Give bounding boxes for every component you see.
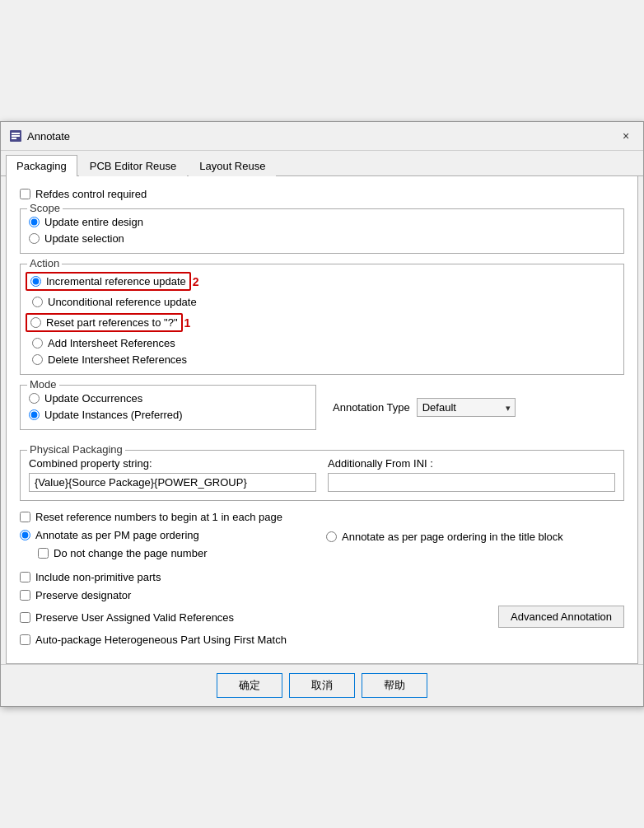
mode-row-instances: Update Instances (Preferred) [29,409,307,421]
scope-label-update-entire: Update entire design [44,216,143,228]
physical-packaging-label: Physical Packaging [27,443,125,456]
action-label-unconditional: Unconditional reference update [48,296,197,308]
advanced-annotation-button[interactable]: Advanced Annotation [498,606,624,628]
combined-col: Combined property string: [29,457,316,492]
tab-layout-reuse[interactable]: Layout Reuse [189,155,276,176]
auto-package-checkbox[interactable] [20,634,30,645]
preserve-user-row: Preserve User Assigned Valid References [20,611,498,624]
preserve-user-checkbox[interactable] [20,612,30,623]
do-not-change-page-row: Do not change the page number [38,547,318,559]
scope-radio-update-entire[interactable] [29,217,40,227]
badge-2: 2 [193,275,199,288]
annotate-pm-col: Annotate as per PM page ordering Do not … [20,529,318,565]
tab-pcb-editor-reuse[interactable]: PCB Editor Reuse [79,155,188,176]
include-non-primitive-checkbox[interactable] [20,572,30,582]
scope-option-1: Update selection [29,232,615,245]
action-radio-delete-intersheet[interactable] [32,354,43,365]
scope-radio-update-selection[interactable] [29,233,40,244]
annotation-type-label: Annotation Type [333,401,410,414]
badge-1: 1 [184,316,191,330]
annotation-type-section: Annotation Type Default Custom [316,398,624,417]
help-button[interactable]: 帮助 [362,673,427,698]
action-group-label: Action [27,257,62,269]
include-non-primitive-label: Include non-primitive parts [35,571,161,583]
do-not-change-page-checkbox[interactable] [38,548,49,559]
action-radio-reset-part[interactable] [30,317,41,328]
mode-radio-instances[interactable] [29,409,40,420]
bottom-options: Reset reference numbers to begin at 1 in… [20,511,624,646]
combined-label: Combined property string: [29,457,316,470]
action-label-add-intersheet: Add Intersheet References [48,337,175,349]
annotation-type-select-wrapper: Default Custom [417,398,516,417]
additionally-input[interactable] [328,473,615,492]
action-label-reset-part: Reset part references to "?" [46,316,178,329]
action-label-incremental: Incremental reference update [46,275,186,288]
annotate-dialog: Annotate × Packaging PCB Editor Reuse La… [0,121,644,707]
action-radio-unconditional[interactable] [32,297,43,307]
titlebar: Annotate × [1,122,643,151]
auto-package-label: Auto-package Heterogeneous Part Using Fi… [35,634,287,646]
annotate-title-col: Annotate as per page ordering in the tit… [326,529,624,565]
action-row-reset-part: Reset part references to "?" 1 [29,312,615,333]
scope-option-0: Update entire design [29,216,615,228]
refdes-control-checkbox[interactable] [20,189,30,199]
action-row-incremental: Incremental reference update 2 [29,271,615,292]
physical-packaging-group: Physical Packaging Combined property str… [20,450,624,501]
physical-packaging-row: Combined property string: Additionally F… [29,457,615,492]
svg-rect-3 [12,138,16,139]
do-not-change-page-label: Do not change the page number [54,547,207,559]
preserve-advanced-row: Preserve User Assigned Valid References … [20,607,624,628]
app-icon [9,129,22,143]
annotate-pm-radio[interactable] [20,530,30,540]
svg-rect-1 [12,133,20,134]
preserve-designator-label: Preserve designator [35,589,131,601]
annotate-title-radio[interactable] [326,531,337,542]
mode-group: Mode Update Occurrences Update Instances… [20,385,316,430]
scope-group-label: Scope [27,202,63,214]
incremental-outlined: Incremental reference update [26,272,191,291]
svg-rect-2 [12,135,20,137]
action-label-delete-intersheet: Delete Intersheet References [48,353,187,366]
action-group: Action Incremental reference update 2 Un… [20,264,624,375]
close-button[interactable]: × [617,127,635,145]
annotation-type-select[interactable]: Default Custom [417,398,516,417]
additionally-label: Additionally From INI : [328,457,615,470]
annotate-title-label: Annotate as per page ordering in the tit… [342,531,563,543]
auto-package-row: Auto-package Heterogeneous Part Using Fi… [20,634,624,646]
refdes-control-row: Refdes control required [20,188,624,200]
action-radio-add-intersheet[interactable] [32,338,43,349]
ok-button[interactable]: 确定 [217,673,282,698]
combined-input[interactable] [29,473,316,492]
mode-label-occurrences: Update Occurrences [44,392,142,405]
refdes-control-label: Refdes control required [35,188,147,200]
annotate-title-row: Annotate as per page ordering in the tit… [326,531,563,543]
additionally-col: Additionally From INI : [328,457,615,492]
tabs-bar: Packaging PCB Editor Reuse Layout Reuse [1,151,643,176]
reset-reference-checkbox[interactable] [20,512,30,522]
mode-group-label: Mode [27,378,59,391]
action-row-unconditional: Unconditional reference update [32,296,615,308]
action-row-delete-intersheet: Delete Intersheet References [32,353,615,366]
mode-radio-occurrences[interactable] [29,393,40,404]
reset-reference-label: Reset reference numbers to begin at 1 in… [35,511,282,523]
dialog-title: Annotate [27,130,70,143]
annotate-pm-row: Annotate as per PM page ordering [20,529,318,541]
action-radio-incremental[interactable] [30,276,41,287]
reset-part-outlined: Reset part references to "?" [26,313,183,332]
scope-group: Scope Update entire design Update select… [20,208,624,254]
reset-reference-row: Reset reference numbers to begin at 1 in… [20,511,624,523]
annotate-pm-label: Annotate as per PM page ordering [35,529,199,541]
preserve-designator-row: Preserve designator [20,589,624,601]
cancel-button[interactable]: 取消 [289,673,355,698]
mode-row-occurrences: Update Occurrences [29,392,307,405]
mode-label-instances: Update Instances (Preferred) [44,409,183,421]
dialog-footer: 确定 取消 帮助 [1,664,643,706]
mode-annotation-wrapper: Mode Update Occurrences Update Instances… [20,385,624,440]
include-non-primitive-row: Include non-primitive parts [20,571,624,583]
preserve-designator-checkbox[interactable] [20,590,30,601]
tab-packaging[interactable]: Packaging [6,155,77,176]
scope-label-update-selection: Update selection [44,232,124,245]
tab-content-packaging: Refdes control required Scope Update ent… [6,176,638,664]
annotate-row: Annotate as per PM page ordering Do not … [20,529,624,565]
preserve-user-label: Preserve User Assigned Valid References [35,611,234,624]
